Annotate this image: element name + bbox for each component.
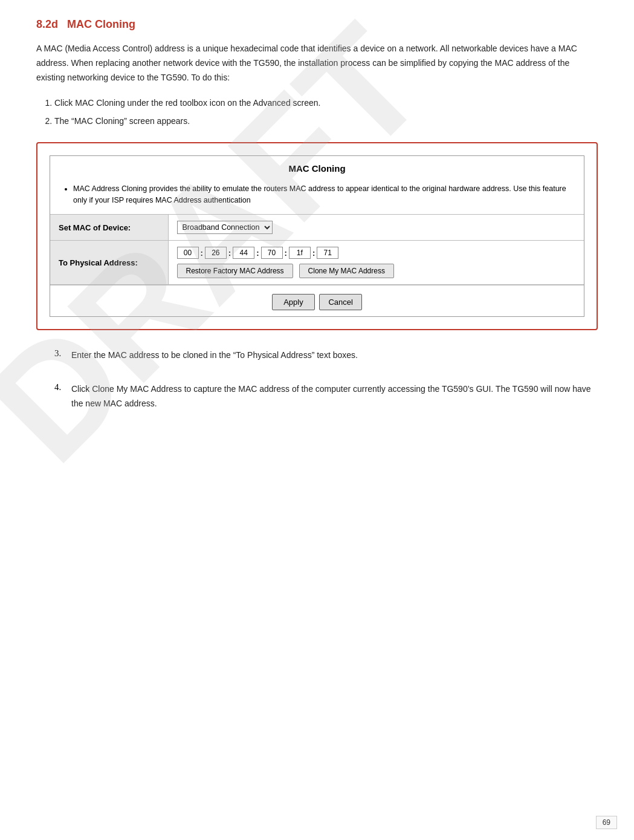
set-mac-label: Set MAC of Device: xyxy=(50,215,168,241)
mac-settings-table: Set MAC of Device: Broadband Connection … xyxy=(50,214,584,285)
mac-field-1[interactable] xyxy=(177,247,199,259)
panel-title: MAC Cloning xyxy=(50,156,584,178)
page-number: 69 xyxy=(596,816,617,829)
step-4-text: Click Clone My MAC Address to capture th… xyxy=(71,382,598,411)
cancel-button[interactable]: Cancel xyxy=(319,294,361,310)
mac-cloning-panel: MAC Cloning MAC Address Cloning provides… xyxy=(50,155,584,317)
steps-after-ui: 3. Enter the MAC address to be cloned in… xyxy=(54,348,598,420)
step-4-num: 4. xyxy=(54,382,68,392)
intro-paragraph: A MAC (Media Access Control) address is … xyxy=(36,42,598,85)
mac-address-fields: : : : : : xyxy=(177,247,576,259)
device-dropdown[interactable]: Broadband Connection xyxy=(177,221,273,234)
step-3: 3. Enter the MAC address to be cloned in… xyxy=(54,348,598,373)
set-mac-value: Broadband Connection xyxy=(168,215,584,241)
mac-sep-2: : xyxy=(228,249,231,258)
ui-screenshot-box: MAC Cloning MAC Address Cloning provides… xyxy=(36,142,598,331)
to-physical-label: To Physical Address: xyxy=(50,241,168,285)
panel-info: MAC Address Cloning provides the ability… xyxy=(50,178,584,215)
mac-field-6[interactable] xyxy=(317,247,338,259)
step-1: Click MAC Cloning under the red toolbox … xyxy=(54,96,598,111)
mac-sep-1: : xyxy=(200,249,204,258)
mac-sep-4: : xyxy=(284,249,288,258)
mac-sep-3: : xyxy=(256,249,259,258)
to-physical-value: : : : : : Restore Factory MAC Address Cl… xyxy=(168,241,584,285)
step-3-num: 3. xyxy=(54,348,68,359)
mac-field-4[interactable] xyxy=(261,247,283,259)
step-2: The “MAC Cloning” screen appears. xyxy=(54,114,598,129)
mac-field-2[interactable] xyxy=(205,247,227,259)
clone-my-mac-button[interactable]: Clone My MAC Address xyxy=(299,264,394,278)
mac-action-buttons: Restore Factory MAC Address Clone My MAC… xyxy=(177,264,576,278)
set-mac-row: Set MAC of Device: Broadband Connection xyxy=(50,215,584,241)
section-heading: 8.2d MAC Cloning xyxy=(36,18,598,31)
apply-button[interactable]: Apply xyxy=(272,294,315,310)
mac-field-3[interactable] xyxy=(233,247,254,259)
mac-field-5[interactable] xyxy=(289,247,311,259)
step-4: 4. Click Clone My MAC Address to capture… xyxy=(54,382,598,421)
restore-factory-mac-button[interactable]: Restore Factory MAC Address xyxy=(177,264,293,278)
steps-before-ui: Click MAC Cloning under the red toolbox … xyxy=(54,96,598,128)
info-bullet: MAC Address Cloning provides the ability… xyxy=(73,183,572,206)
apply-cancel-row: Apply Cancel xyxy=(50,285,584,316)
to-physical-row: To Physical Address: : : : : : xyxy=(50,241,584,285)
mac-sep-5: : xyxy=(312,249,315,258)
step-3-text: Enter the MAC address to be cloned in th… xyxy=(71,348,358,363)
